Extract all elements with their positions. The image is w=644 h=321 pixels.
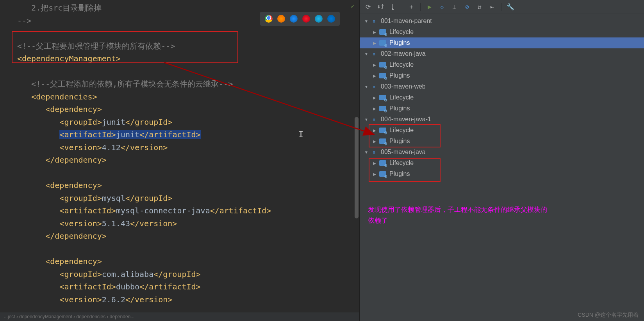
expand-icon[interactable]	[373, 96, 378, 100]
tree-label: Lifecycle	[389, 94, 414, 101]
toolbar-separator	[420, 3, 421, 11]
maven-module-icon: m	[371, 51, 378, 57]
expand-icon[interactable]	[364, 19, 369, 23]
collapse-all-icon[interactable]: ⇤	[489, 4, 496, 11]
xml-tag: <dependency>	[17, 257, 102, 266]
execute-goal-icon[interactable]: ⟐	[439, 4, 446, 11]
expand-icon[interactable]	[364, 150, 369, 154]
expand-icon[interactable]	[373, 106, 378, 111]
maven-projects-tree[interactable]: m001-maven-parent Lifecycle Plugins m002…	[360, 14, 644, 181]
edge-icon[interactable]	[327, 15, 335, 23]
expand-icon[interactable]	[373, 172, 378, 176]
tree-label: 001-maven-parent	[381, 18, 432, 25]
tree-node-module[interactable]: m005-maven-java	[360, 147, 644, 158]
maven-toolbar: ⟳ ⬇⤴ ⭳ + ▶ ⟐ ⫫ ⊘ ⇵ ⇤ 🔧	[360, 0, 644, 14]
folder-icon	[379, 73, 386, 79]
expand-icon[interactable]	[373, 30, 378, 34]
maven-module-icon: m	[371, 83, 378, 90]
maven-module-icon: m	[371, 116, 378, 122]
expand-icon[interactable]	[373, 63, 378, 67]
code-line-current: <artifactId>junit</artifactId>I	[17, 130, 201, 139]
refresh-icon[interactable]: ⟳	[364, 4, 371, 11]
tree-label: Lifecycle	[389, 127, 414, 134]
opera-icon[interactable]	[302, 15, 310, 23]
folder-icon	[379, 160, 386, 166]
tree-label: Plugins	[389, 138, 410, 145]
tree-node-module[interactable]: m004-maven-java-1	[360, 114, 644, 125]
code-line: <version>2.6.2</version>	[17, 295, 172, 304]
tree-node-lifecycle[interactable]: Lifecycle	[360, 92, 644, 103]
tree-node-lifecycle[interactable]: Lifecycle	[360, 59, 644, 70]
watermark-text: CSDN @这个名字先用着	[578, 312, 639, 319]
breadcrumb-bar[interactable]: ...ject › dependencyManagement › depende…	[0, 312, 359, 321]
code-editor-pane[interactable]: ✓ 2.把src目录删除掉 --> <!--父工程要加强管理子模块的所有依赖--…	[0, 0, 359, 321]
xml-tag: <dependency>	[17, 181, 102, 190]
folder-icon	[379, 40, 386, 46]
xml-tag: <dependencyManagement>	[17, 54, 121, 63]
folder-icon	[379, 29, 386, 35]
chrome-icon[interactable]	[265, 15, 273, 23]
text-cursor-icon: I	[298, 128, 303, 141]
expand-icon[interactable]	[373, 128, 378, 133]
xml-comment: <!--父工程要加强管理子模块的所有依赖-->	[17, 41, 175, 51]
annotation-note: 发现使用了依赖管理器后，子工程不能无条件的继承父模块的 依赖了	[368, 204, 641, 226]
expand-icon[interactable]	[364, 85, 369, 89]
folder-icon	[379, 94, 386, 101]
firefox-icon[interactable]	[277, 15, 285, 23]
maven-module-icon: m	[371, 18, 378, 24]
toolbar-separator	[402, 3, 402, 11]
tree-node-lifecycle[interactable]: Lifecycle	[360, 125, 644, 136]
expand-icon[interactable]	[373, 41, 378, 45]
tree-node-module[interactable]: m003-maven-web	[360, 81, 644, 92]
expand-icon[interactable]	[373, 74, 378, 78]
folder-icon	[379, 62, 386, 68]
tree-node-lifecycle[interactable]: Lifecycle	[360, 158, 644, 168]
skip-tests-icon[interactable]: ⊘	[464, 4, 471, 11]
code-line: -->	[17, 16, 31, 25]
folder-icon	[379, 171, 386, 177]
tree-node-lifecycle[interactable]: Lifecycle	[360, 27, 644, 37]
note-line: 发现使用了依赖管理器后，子工程不能无条件的继承父模块的	[368, 204, 641, 215]
tree-label: Lifecycle	[389, 160, 414, 167]
tree-label: Plugins	[389, 170, 410, 177]
inspection-ok-icon: ✓	[351, 2, 355, 10]
tree-node-plugins[interactable]: Plugins	[360, 136, 644, 147]
download-icon[interactable]: ⭳	[389, 4, 396, 11]
ie-icon[interactable]	[315, 15, 323, 23]
tree-node-module[interactable]: m002-maven-java	[360, 48, 644, 59]
tree-label: 005-maven-java	[381, 149, 426, 156]
code-line: 2.把src目录删除掉	[17, 3, 102, 12]
code-content[interactable]: 2.把src目录删除掉 --> <!--父工程要加强管理子模块的所有依赖--> …	[0, 0, 359, 306]
show-dependencies-icon[interactable]: ⇵	[476, 4, 483, 11]
expand-icon[interactable]	[373, 161, 378, 165]
maven-module-icon: m	[371, 149, 378, 155]
run-icon[interactable]: ▶	[426, 4, 433, 11]
tree-label: Plugins	[389, 39, 410, 46]
safari-icon[interactable]	[290, 15, 298, 23]
tree-node-plugins[interactable]: Plugins	[360, 168, 644, 179]
expand-icon[interactable]	[364, 52, 369, 56]
editor-scrollbar[interactable]	[355, 117, 359, 218]
expand-icon[interactable]	[364, 117, 369, 122]
folder-icon	[379, 138, 386, 144]
add-icon[interactable]: +	[408, 4, 415, 11]
maven-tool-window[interactable]: ⟳ ⬇⤴ ⭳ + ▶ ⟐ ⫫ ⊘ ⇵ ⇤ 🔧 m001-maven-parent…	[359, 0, 644, 321]
xml-tag: <dependency>	[17, 105, 102, 114]
browser-preview-icons	[260, 12, 340, 26]
code-line: <groupId>com.alibaba</groupId>	[17, 270, 201, 279]
tree-node-module[interactable]: m001-maven-parent	[360, 16, 644, 27]
toggle-offline-icon[interactable]: ⫫	[451, 4, 458, 11]
toolbar-separator	[501, 3, 501, 11]
tree-label: Plugins	[389, 72, 410, 79]
expand-icon[interactable]	[373, 139, 378, 144]
settings-icon[interactable]: 🔧	[507, 4, 514, 11]
generate-sources-icon[interactable]: ⬇⤴	[377, 4, 384, 11]
note-line: 依赖了	[368, 215, 641, 226]
tree-label: 004-maven-java-1	[381, 116, 431, 123]
code-line: <groupId>junit</groupId>	[17, 117, 172, 127]
xml-comment: <!--父工程添加的依赖,所有子模块会无条件的云继承-->	[17, 79, 233, 89]
tree-node-plugins[interactable]: Plugins	[360, 37, 644, 48]
tree-node-plugins[interactable]: Plugins	[360, 103, 644, 114]
tree-label: Lifecycle	[389, 61, 414, 68]
tree-node-plugins[interactable]: Plugins	[360, 70, 644, 81]
